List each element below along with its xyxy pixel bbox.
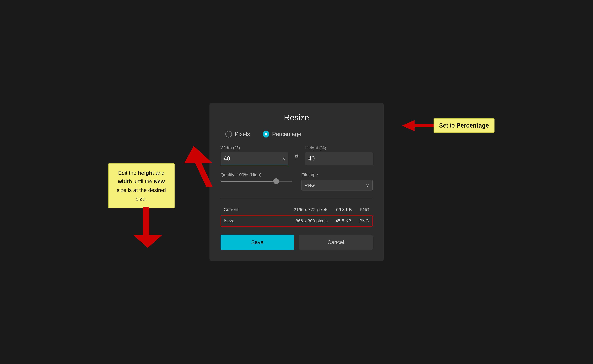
width-input-wrapper: ✕ — [221, 152, 288, 165]
divider — [221, 199, 373, 199]
width-field-group: Width (%) ✕ — [221, 145, 288, 165]
current-format: PNG — [360, 207, 369, 212]
filetype-label: File type — [301, 172, 373, 177]
resize-dialog: Resize Pixels Percentage Width (%) ✕ ⇄ H… — [210, 103, 384, 261]
new-dimensions: 866 x 309 pixels — [296, 218, 328, 223]
new-label: New: — [224, 218, 245, 223]
clear-width-button[interactable]: ✕ — [282, 156, 285, 162]
width-label: Width (%) — [221, 145, 288, 150]
quality-slider-track — [221, 181, 292, 182]
info-section: Current: 2166 x 772 pixels 66.8 KB PNG N… — [221, 204, 373, 227]
edit-height-width-callout: Edit the height and width until the New … — [108, 163, 175, 208]
height-input[interactable] — [305, 152, 373, 165]
filetype-value: PNG — [305, 183, 315, 188]
new-values: 866 x 309 pixels 45.5 KB PNG — [248, 218, 369, 223]
quality-slider-fill — [221, 181, 276, 182]
quality-group: Quality: 100% (High) — [221, 172, 292, 182]
quality-label: Quality: 100% (High) — [221, 172, 292, 177]
pixels-radio-circle[interactable] — [225, 131, 232, 137]
right-arrow-icon — [402, 119, 434, 132]
pixels-radio-option[interactable]: Pixels — [225, 131, 250, 137]
filetype-select[interactable]: PNG ∨ — [301, 180, 373, 191]
radio-row: Pixels Percentage — [221, 131, 373, 137]
width-input[interactable] — [221, 152, 288, 165]
current-values: 2166 x 772 pixels 66.8 KB PNG — [248, 207, 369, 212]
up-right-arrow-icon — [168, 146, 219, 187]
height-field-group: Height (%) — [305, 145, 373, 165]
current-label: Current: — [224, 207, 244, 212]
svg-marker-2 — [184, 146, 213, 187]
current-size: 66.8 KB — [336, 207, 352, 212]
link-icon: ⇄ — [293, 153, 301, 159]
set-to-percentage-callout: Set to Percentage — [434, 118, 494, 133]
down-right-arrow-icon — [130, 207, 165, 248]
dialog-title: Resize — [221, 113, 373, 122]
percentage-radio-label: Percentage — [272, 131, 301, 137]
filetype-group: File type PNG ∨ — [301, 172, 373, 191]
svg-marker-0 — [402, 120, 434, 131]
current-dimensions: 2166 x 772 pixels — [294, 207, 328, 212]
percentage-radio-option[interactable]: Percentage — [263, 131, 301, 137]
new-format: PNG — [359, 218, 369, 223]
top-annotation: Set to Percentage — [402, 118, 494, 133]
current-info-row: Current: 2166 x 772 pixels 66.8 KB PNG — [221, 204, 373, 215]
percentage-radio-circle[interactable] — [263, 131, 269, 137]
chevron-down-icon: ∨ — [366, 182, 369, 188]
quality-slider-thumb[interactable] — [273, 178, 279, 184]
up-arrow-annotation — [168, 146, 219, 188]
quality-filetype-row: Quality: 100% (High) File type PNG ∨ — [221, 172, 373, 191]
save-button[interactable]: Save — [221, 235, 294, 250]
new-size: 45.5 KB — [336, 218, 351, 223]
new-info-row: New: 866 x 309 pixels 45.5 KB PNG — [221, 215, 373, 227]
dimension-fields-row: Width (%) ✕ ⇄ Height (%) — [221, 145, 373, 165]
height-input-wrapper — [305, 152, 373, 165]
svg-marker-1 — [133, 207, 162, 248]
cancel-button[interactable]: Cancel — [299, 235, 373, 250]
pixels-radio-label: Pixels — [235, 131, 250, 137]
buttons-row: Save Cancel — [221, 235, 373, 250]
left-annotation: Edit the height and width until the New … — [108, 163, 175, 248]
height-label: Height (%) — [305, 145, 373, 150]
